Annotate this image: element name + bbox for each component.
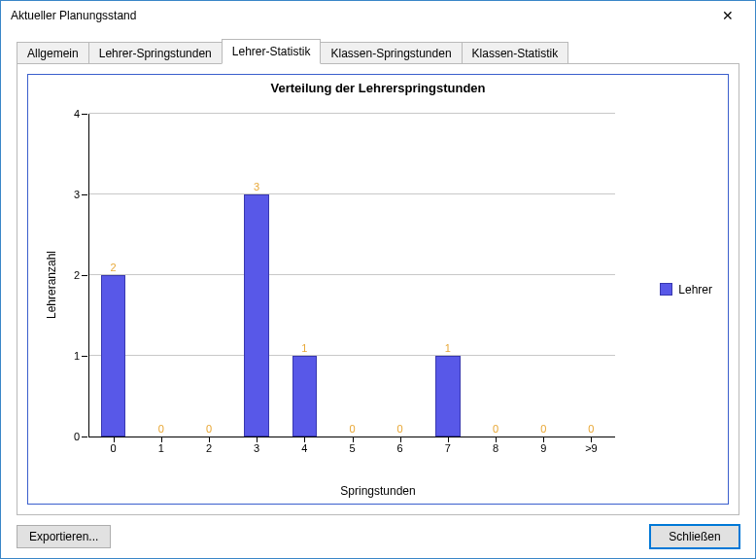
y-axis-title: Lehreranzahl bbox=[45, 250, 58, 318]
x-tick-label: 8 bbox=[493, 437, 498, 454]
gridline bbox=[89, 355, 615, 356]
x-tick-label: 2 bbox=[206, 437, 212, 454]
bar-value-label: 0 bbox=[381, 423, 420, 435]
y-tick-label: 1 bbox=[74, 350, 89, 362]
tab-klassen-springstunden[interactable]: Klassen-Springstunden bbox=[320, 42, 462, 64]
x-tick-label: 1 bbox=[158, 437, 164, 454]
tab-panel: Verteilung der Lehrerspringstunden Lehre… bbox=[17, 63, 739, 515]
y-tick-label: 3 bbox=[74, 189, 89, 200]
bar bbox=[244, 194, 269, 437]
plot-area: 0123402102033415060718090>90 bbox=[88, 114, 615, 437]
y-tick-label: 0 bbox=[74, 431, 89, 442]
bar-value-label: 2 bbox=[94, 262, 133, 273]
bar-value-label: 0 bbox=[189, 423, 228, 435]
bar-value-label: 0 bbox=[571, 423, 610, 435]
x-tick-label: 5 bbox=[349, 437, 355, 454]
tab-label: Klassen-Statistik bbox=[472, 47, 559, 60]
legend-label: Lehrer bbox=[678, 283, 712, 297]
button-row: Exportieren... Schließen bbox=[1, 515, 755, 558]
x-tick-label: 0 bbox=[111, 437, 117, 454]
tab-allgemein[interactable]: Allgemein bbox=[17, 42, 89, 64]
legend: Lehrer bbox=[660, 283, 712, 297]
plot-wrap: Lehreranzahl 0123402102033415060718090>9… bbox=[55, 106, 621, 463]
tab-lehrer-statistik[interactable]: Lehrer-Statistik bbox=[222, 39, 322, 64]
chart-title: Verteilung der Lehrerspringstunden bbox=[28, 75, 728, 95]
x-tick-label: 3 bbox=[254, 437, 259, 454]
bar bbox=[292, 356, 318, 437]
legend-swatch bbox=[660, 283, 672, 296]
bar-value-label: 3 bbox=[237, 181, 276, 192]
bar-value-label: 0 bbox=[476, 423, 515, 435]
window-title: Aktueller Planungsstand bbox=[11, 9, 708, 22]
dialog-window: Aktueller Planungsstand ✕ AllgemeinLehre… bbox=[0, 0, 756, 559]
x-tick-label: 7 bbox=[445, 437, 451, 454]
gridline bbox=[89, 274, 615, 275]
bar-value-label: 1 bbox=[285, 342, 324, 354]
tab-lehrer-springstunden[interactable]: Lehrer-Springstunden bbox=[88, 42, 223, 64]
x-tick-label: 6 bbox=[397, 437, 403, 454]
bar-value-label: 0 bbox=[333, 423, 372, 435]
content-area: AllgemeinLehrer-SpringstundenLehrer-Stat… bbox=[1, 30, 755, 515]
gridline bbox=[89, 193, 615, 194]
bar-value-label: 0 bbox=[142, 423, 181, 435]
bar bbox=[101, 275, 126, 437]
chart-container: Verteilung der Lehrerspringstunden Lehre… bbox=[27, 74, 729, 505]
y-tick-label: 2 bbox=[74, 269, 89, 281]
titlebar: Aktueller Planungsstand ✕ bbox=[1, 1, 755, 30]
close-icon[interactable]: ✕ bbox=[708, 2, 747, 29]
x-axis-title: Springstunden bbox=[340, 484, 415, 498]
x-tick-label: >9 bbox=[585, 437, 598, 454]
bar bbox=[435, 356, 461, 437]
tab-label: Lehrer-Springstunden bbox=[99, 47, 212, 60]
tab-klassen-statistik[interactable]: Klassen-Statistik bbox=[462, 42, 569, 64]
bar-value-label: 1 bbox=[429, 342, 467, 354]
gridline bbox=[89, 113, 615, 114]
tab-label: Klassen-Springstunden bbox=[330, 47, 451, 60]
close-button[interactable]: Schließen bbox=[650, 525, 739, 548]
bar-value-label: 0 bbox=[524, 423, 563, 435]
export-button[interactable]: Exportieren... bbox=[17, 525, 111, 548]
tab-label: Lehrer-Statistik bbox=[232, 45, 311, 58]
tab-label: Allgemein bbox=[27, 47, 79, 60]
x-tick-label: 4 bbox=[301, 437, 307, 454]
x-tick-label: 9 bbox=[540, 437, 546, 454]
tab-strip: AllgemeinLehrer-SpringstundenLehrer-Stat… bbox=[17, 38, 739, 63]
y-tick-label: 4 bbox=[74, 108, 89, 120]
